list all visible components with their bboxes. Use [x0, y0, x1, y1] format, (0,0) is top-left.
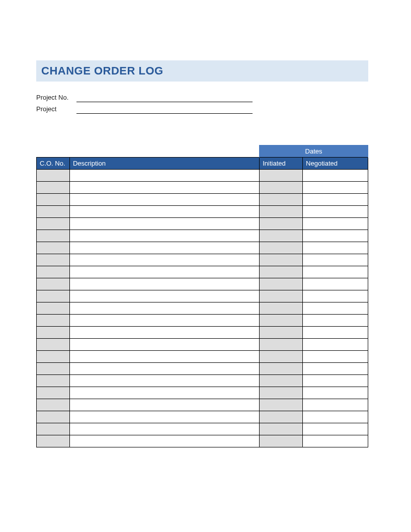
- cell-description[interactable]: [69, 254, 259, 266]
- page: CHANGE ORDER LOG Project No. Project Dat…: [0, 0, 411, 447]
- cell-co-no[interactable]: [37, 411, 70, 423]
- cell-negotiated[interactable]: [303, 206, 368, 218]
- cell-description[interactable]: [69, 230, 259, 242]
- cell-co-no[interactable]: [37, 339, 70, 351]
- cell-negotiated[interactable]: [303, 302, 368, 315]
- cell-negotiated[interactable]: [303, 278, 368, 290]
- project-no-field[interactable]: [76, 94, 253, 102]
- cell-co-no[interactable]: [37, 230, 70, 242]
- table-row: [37, 278, 368, 290]
- cell-description[interactable]: [69, 266, 259, 278]
- cell-initiated[interactable]: [260, 387, 303, 399]
- cell-co-no[interactable]: [37, 182, 70, 194]
- table-row: [37, 230, 368, 242]
- cell-description[interactable]: [69, 278, 259, 290]
- cell-co-no[interactable]: [37, 315, 70, 327]
- cell-negotiated[interactable]: [303, 290, 368, 302]
- cell-description[interactable]: [69, 387, 259, 399]
- cell-co-no[interactable]: [37, 302, 70, 315]
- cell-negotiated[interactable]: [303, 399, 368, 411]
- cell-initiated[interactable]: [260, 254, 303, 266]
- cell-description[interactable]: [69, 242, 259, 254]
- cell-negotiated[interactable]: [303, 315, 368, 327]
- table-row: [37, 327, 368, 339]
- cell-co-no[interactable]: [37, 194, 70, 206]
- cell-co-no[interactable]: [37, 375, 70, 387]
- cell-co-no[interactable]: [37, 242, 70, 254]
- cell-negotiated[interactable]: [303, 194, 368, 206]
- cell-negotiated[interactable]: [303, 266, 368, 278]
- cell-negotiated[interactable]: [303, 218, 368, 230]
- cell-description[interactable]: [69, 194, 259, 206]
- cell-description[interactable]: [69, 423, 259, 435]
- cell-co-no[interactable]: [37, 278, 70, 290]
- cell-co-no[interactable]: [37, 218, 70, 230]
- cell-initiated[interactable]: [260, 302, 303, 315]
- cell-initiated[interactable]: [260, 206, 303, 218]
- cell-description[interactable]: [69, 170, 259, 182]
- cell-co-no[interactable]: [37, 327, 70, 339]
- cell-description[interactable]: [69, 375, 259, 387]
- cell-co-no[interactable]: [37, 435, 70, 447]
- cell-co-no[interactable]: [37, 290, 70, 302]
- cell-co-no[interactable]: [37, 399, 70, 411]
- cell-initiated[interactable]: [260, 327, 303, 339]
- cell-co-no[interactable]: [37, 206, 70, 218]
- cell-negotiated[interactable]: [303, 339, 368, 351]
- cell-negotiated[interactable]: [303, 387, 368, 399]
- cell-initiated[interactable]: [260, 230, 303, 242]
- cell-negotiated[interactable]: [303, 351, 368, 363]
- cell-description[interactable]: [69, 327, 259, 339]
- cell-initiated[interactable]: [260, 242, 303, 254]
- cell-initiated[interactable]: [260, 435, 303, 447]
- cell-initiated[interactable]: [260, 266, 303, 278]
- cell-description[interactable]: [69, 399, 259, 411]
- cell-initiated[interactable]: [260, 339, 303, 351]
- cell-negotiated[interactable]: [303, 423, 368, 435]
- cell-negotiated[interactable]: [303, 242, 368, 254]
- cell-co-no[interactable]: [37, 170, 70, 182]
- cell-description[interactable]: [69, 302, 259, 315]
- cell-negotiated[interactable]: [303, 411, 368, 423]
- cell-description[interactable]: [69, 218, 259, 230]
- cell-initiated[interactable]: [260, 170, 303, 182]
- cell-initiated[interactable]: [260, 351, 303, 363]
- cell-negotiated[interactable]: [303, 327, 368, 339]
- cell-description[interactable]: [69, 290, 259, 302]
- cell-co-no[interactable]: [37, 423, 70, 435]
- cell-initiated[interactable]: [260, 290, 303, 302]
- cell-initiated[interactable]: [260, 194, 303, 206]
- cell-initiated[interactable]: [260, 399, 303, 411]
- cell-initiated[interactable]: [260, 363, 303, 375]
- header-initiated: Initiated: [260, 158, 303, 170]
- cell-co-no[interactable]: [37, 351, 70, 363]
- cell-description[interactable]: [69, 182, 259, 194]
- cell-co-no[interactable]: [37, 254, 70, 266]
- cell-description[interactable]: [69, 363, 259, 375]
- cell-description[interactable]: [69, 339, 259, 351]
- cell-negotiated[interactable]: [303, 254, 368, 266]
- cell-negotiated[interactable]: [303, 170, 368, 182]
- cell-initiated[interactable]: [260, 423, 303, 435]
- cell-co-no[interactable]: [37, 387, 70, 399]
- cell-initiated[interactable]: [260, 218, 303, 230]
- cell-initiated[interactable]: [260, 315, 303, 327]
- cell-initiated[interactable]: [260, 182, 303, 194]
- cell-negotiated[interactable]: [303, 363, 368, 375]
- project-field[interactable]: [76, 106, 253, 114]
- cell-description[interactable]: [69, 435, 259, 447]
- cell-negotiated[interactable]: [303, 182, 368, 194]
- cell-initiated[interactable]: [260, 375, 303, 387]
- cell-description[interactable]: [69, 411, 259, 423]
- cell-negotiated[interactable]: [303, 375, 368, 387]
- cell-co-no[interactable]: [37, 266, 70, 278]
- cell-initiated[interactable]: [260, 411, 303, 423]
- cell-negotiated[interactable]: [303, 230, 368, 242]
- cell-description[interactable]: [69, 315, 259, 327]
- cell-initiated[interactable]: [260, 278, 303, 290]
- blank-header: [69, 145, 259, 158]
- cell-description[interactable]: [69, 206, 259, 218]
- cell-co-no[interactable]: [37, 363, 70, 375]
- cell-description[interactable]: [69, 351, 259, 363]
- cell-negotiated[interactable]: [303, 435, 368, 447]
